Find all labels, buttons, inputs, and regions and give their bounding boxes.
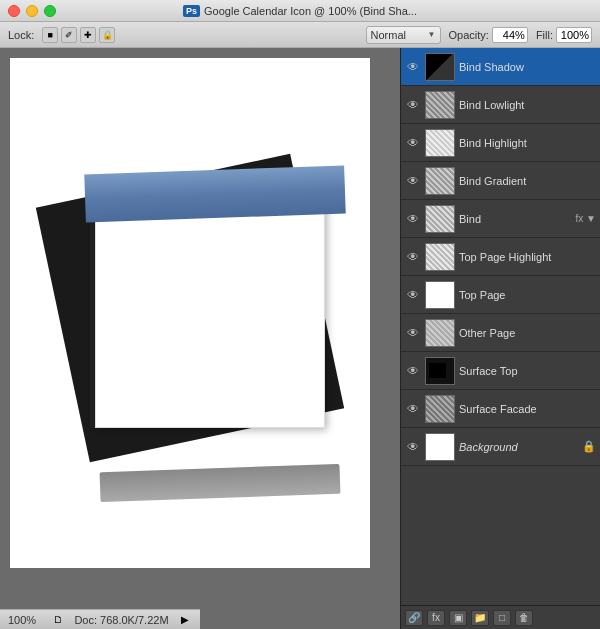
nav-prev-arrow[interactable]: 🗋 [51, 613, 65, 627]
layer-visibility-other-page[interactable]: 👁 [405, 325, 421, 341]
lock-transparency-btn[interactable]: ■ [42, 27, 58, 43]
layer-thumb-other-page [425, 319, 455, 347]
blend-mode-value: Normal [371, 29, 425, 41]
layer-visibility-background[interactable]: 👁 [405, 439, 421, 455]
layer-name-surface-top: Surface Top [459, 365, 596, 377]
layer-visibility-top-page[interactable]: 👁 [405, 287, 421, 303]
layer-item-bind[interactable]: 👁Bindfx ▼ [401, 200, 600, 238]
layer-name-surface-facade: Surface Facade [459, 403, 596, 415]
layer-item-bind-gradient[interactable]: 👁Bind Gradient [401, 162, 600, 200]
opacity-area: Opacity: [449, 27, 528, 43]
delete-layer-btn[interactable]: 🗑 [515, 610, 533, 626]
new-group-btn[interactable]: 📁 [471, 610, 489, 626]
layer-item-other-page[interactable]: 👁Other Page [401, 314, 600, 352]
close-button[interactable] [8, 5, 20, 17]
lock-label: Lock: [8, 29, 34, 41]
layers-panel: 👁Bind Shadow👁Bind Lowlight👁Bind Highligh… [400, 48, 600, 629]
lock-position-btn[interactable]: ✚ [80, 27, 96, 43]
layer-thumb-bind-lowlight [425, 91, 455, 119]
layer-name-top-page-highlight: Top Page Highlight [459, 251, 596, 263]
layer-item-top-page[interactable]: 👁Top Page [401, 276, 600, 314]
layer-visibility-bind-lowlight[interactable]: 👁 [405, 97, 421, 113]
title-bar: Ps Google Calendar Icon @ 100% (Bind Sha… [0, 0, 600, 22]
artwork [40, 98, 360, 558]
fx-btn[interactable]: fx [427, 610, 445, 626]
layer-item-bind-highlight[interactable]: 👁Bind Highlight [401, 124, 600, 162]
layer-item-bind-lowlight[interactable]: 👁Bind Lowlight [401, 86, 600, 124]
layer-name-bind-lowlight: Bind Lowlight [459, 99, 596, 111]
layer-thumb-surface-facade [425, 395, 455, 423]
layer-thumb-bind-highlight [425, 129, 455, 157]
options-bar: Lock: ■ ✐ ✚ 🔒 Normal ▼ Opacity: Fill: [0, 22, 600, 48]
layer-item-surface-facade[interactable]: 👁Surface Facade [401, 390, 600, 428]
layer-item-background[interactable]: 👁Background🔒 [401, 428, 600, 466]
layer-thumb-surface-top [425, 357, 455, 385]
bind-strip [84, 165, 346, 222]
zoom-level: 100% [8, 614, 43, 626]
blend-dropdown-arrow: ▼ [428, 30, 436, 39]
status-bar: 100% 🗋 Doc: 768.0K/7.22M ▶ [0, 609, 200, 629]
layer-visibility-surface-top[interactable]: 👁 [405, 363, 421, 379]
minimize-button[interactable] [26, 5, 38, 17]
panel-bottom-toolbar: 🔗 fx ▣ 📁 □ 🗑 [401, 605, 600, 629]
layer-visibility-bind-gradient[interactable]: 👁 [405, 173, 421, 189]
white-page [95, 188, 325, 428]
layers-list: 👁Bind Shadow👁Bind Lowlight👁Bind Highligh… [401, 48, 600, 605]
window-controls[interactable] [8, 5, 56, 17]
layer-thumb-bind [425, 205, 455, 233]
fill-label: Fill: [536, 29, 553, 41]
ps-badge: Ps [183, 5, 200, 17]
layer-visibility-surface-facade[interactable]: 👁 [405, 401, 421, 417]
layer-name-other-page: Other Page [459, 327, 596, 339]
title-text: Google Calendar Icon @ 100% (Bind Sha... [204, 5, 417, 17]
opacity-label: Opacity: [449, 29, 489, 41]
nav-next-arrow[interactable]: ▶ [178, 613, 192, 627]
opacity-input[interactable] [492, 27, 528, 43]
lock-icons[interactable]: ■ ✐ ✚ 🔒 [42, 27, 115, 43]
layer-item-surface-top[interactable]: 👁Surface Top [401, 352, 600, 390]
layer-item-top-page-highlight[interactable]: 👁Top Page Highlight [401, 238, 600, 276]
fill-input[interactable] [556, 27, 592, 43]
layer-thumb-top-page [425, 281, 455, 309]
maximize-button[interactable] [44, 5, 56, 17]
new-layer-btn[interactable]: □ [493, 610, 511, 626]
main-area: 100% 🗋 Doc: 768.0K/7.22M ▶ 👁Bind Shadow👁… [0, 48, 600, 629]
layer-thumb-top-page-highlight [425, 243, 455, 271]
layer-visibility-bind-highlight[interactable]: 👁 [405, 135, 421, 151]
layer-name-bind-shadow: Bind Shadow [459, 61, 596, 73]
canvas-content [10, 58, 370, 568]
lock-all-btn[interactable]: 🔒 [99, 27, 115, 43]
blend-mode-dropdown[interactable]: Normal ▼ [366, 26, 441, 44]
add-mask-btn[interactable]: ▣ [449, 610, 467, 626]
lock-badge-background: 🔒 [582, 440, 596, 453]
layer-name-bind: Bind [459, 213, 572, 225]
layer-thumb-bind-shadow [425, 53, 455, 81]
gray-shadow [100, 464, 341, 502]
layer-visibility-top-page-highlight[interactable]: 👁 [405, 249, 421, 265]
fill-area: Fill: [536, 27, 592, 43]
layer-item-bind-shadow[interactable]: 👁Bind Shadow [401, 48, 600, 86]
layer-visibility-bind-shadow[interactable]: 👁 [405, 59, 421, 75]
layer-name-background: Background [459, 441, 578, 453]
doc-info: Doc: 768.0K/7.22M [73, 614, 170, 626]
layer-visibility-bind[interactable]: 👁 [405, 211, 421, 227]
canvas-area[interactable]: 100% 🗋 Doc: 768.0K/7.22M ▶ [0, 48, 400, 629]
window-title: Ps Google Calendar Icon @ 100% (Bind Sha… [183, 5, 417, 17]
layer-name-bind-highlight: Bind Highlight [459, 137, 596, 149]
fx-badge-bind: fx ▼ [576, 213, 596, 224]
link-layers-btn[interactable]: 🔗 [405, 610, 423, 626]
layer-thumb-bind-gradient [425, 167, 455, 195]
layer-thumb-background [425, 433, 455, 461]
lock-pixels-btn[interactable]: ✐ [61, 27, 77, 43]
layer-name-top-page: Top Page [459, 289, 596, 301]
layer-name-bind-gradient: Bind Gradient [459, 175, 596, 187]
